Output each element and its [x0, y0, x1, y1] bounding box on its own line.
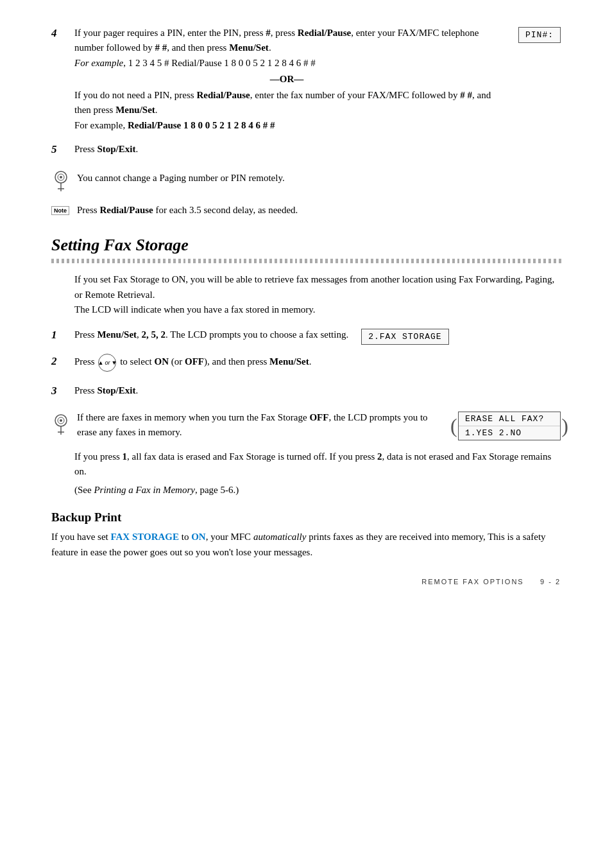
divider-dash: [402, 259, 404, 263]
step-4-hash3: # #: [460, 90, 472, 100]
divider-dash: [442, 259, 445, 263]
divider-dash: [391, 259, 394, 263]
fax-step-1-text3: . The LCD prompts you to choose a fax se…: [166, 329, 348, 340]
scroll-arrows-right: ▼: [111, 354, 117, 371]
divider-dash: [350, 259, 353, 263]
fax-step-3-para: Press Stop/Exit.: [74, 383, 561, 398]
step-4-redial-pause: Redial/Pause: [298, 28, 351, 38]
divider-dash: [528, 259, 531, 263]
divider-dash: [97, 259, 99, 263]
step-4-example-text: , 1 2 3 4 5 # Redial/Pause 1 8 0 0 5 2 1…: [123, 58, 316, 68]
step-5-text: Press Stop/Exit.: [74, 142, 561, 157]
step-4-lcd-area: PIN#:: [512, 27, 561, 43]
divider-dash: [224, 259, 226, 263]
note-fax-lcd-area: ( ERASE ALL FAX? 1.YES 2.NO ): [458, 412, 561, 440]
scroll-button-icon: ▲ or ▼: [98, 354, 116, 372]
backup-text2: to: [179, 532, 191, 542]
divider-dash: [280, 259, 282, 263]
fax-body-two: 2: [377, 451, 382, 462]
note-fax-para: If there are faxes in memory when you tu…: [77, 410, 446, 440]
divider-dash: [198, 259, 201, 263]
divider-dash: [346, 259, 348, 263]
divider-dash: [254, 259, 257, 263]
step-5-content: Press Stop/Exit.: [74, 142, 561, 159]
step-5-block: 5 Press Stop/Exit.: [51, 142, 561, 159]
step-4-text5: .: [269, 42, 271, 53]
step-5-text-1: Press: [74, 144, 97, 154]
divider-dash: [148, 259, 150, 263]
divider-dash: [239, 259, 242, 263]
note-redial-block: Note Press Redial/Pause for each 3.5 sec…: [51, 203, 561, 218]
divider-dash: [234, 259, 237, 263]
step-4-redial-pause-2: Redial/Pause: [196, 90, 250, 100]
divider-dash: [396, 259, 399, 263]
divider-dash: [406, 259, 409, 263]
note-pin-block: You cannot change a Paging number or PIN…: [51, 168, 561, 191]
divider-dash: [543, 259, 546, 263]
fax-step-2-off: OFF: [185, 357, 204, 367]
step-4-number: 4: [51, 27, 74, 40]
step-4-example-label: For example: [74, 58, 123, 68]
fax-step-3-block: 3 Press Stop/Exit.: [51, 383, 561, 401]
note-fax-text-area: If there are faxes in memory when you tu…: [77, 410, 446, 440]
divider-dash: [416, 259, 419, 263]
step-4-text6: If you do not need a PIN, press: [74, 90, 196, 100]
divider-dash: [56, 259, 59, 263]
scroll-arrows-left: ▲: [98, 354, 104, 371]
divider-dash: [427, 259, 429, 263]
fax-step-2-text2: to select: [120, 357, 154, 367]
backup-print-heading: Backup Print: [51, 510, 561, 525]
lcd-line-2: 1.YES 2.NO: [459, 426, 560, 440]
divider-dash: [229, 259, 232, 263]
fax-step-2-on: ON: [155, 357, 169, 367]
step-4-lcd-display: PIN#:: [518, 27, 561, 43]
divider-dash: [315, 259, 318, 263]
fax-body-one: 1: [123, 451, 128, 462]
fax-step-2-block: 2 Press ▲ or ▼ to select ON (or OFF), an…: [51, 354, 561, 374]
fax-step-1-nums: 2, 5, 2: [142, 329, 166, 340]
divider-dash: [117, 259, 120, 263]
divider-dash: [128, 259, 130, 263]
section-heading: Setting Fax Storage: [51, 236, 561, 255]
backup-text1: If you have set: [51, 532, 110, 542]
divider-dash: [503, 259, 506, 263]
svg-point-4: [60, 176, 62, 178]
note-redial-text2: for each 3.5 second delay, as needed.: [153, 205, 298, 215]
step-4-para-2: If you do not need a PIN, press Redial/P…: [74, 88, 499, 118]
fax-body-see-italic: Printing a Fax in Memory: [94, 485, 194, 495]
divider-dash: [386, 259, 389, 263]
left-bracket: (: [450, 415, 457, 436]
divider-dash: [142, 259, 145, 263]
divider-dash: [193, 259, 196, 263]
backup-print-text: If you have set FAX STORAGE to ON, your …: [51, 530, 561, 560]
step-4-text4: , and then press: [167, 42, 229, 53]
scroll-or-label: or: [105, 354, 110, 371]
fax-step-3-number: 3: [51, 385, 74, 397]
divider-dash: [447, 259, 450, 263]
step-4-example-1: For example, 1 2 3 4 5 # Redial/Pause 1 …: [74, 56, 499, 71]
divider-dash: [244, 259, 246, 263]
step-4-menu-set: Menu/Set: [229, 42, 269, 53]
section-intro-2: The LCD will indicate when you have a fa…: [74, 302, 561, 317]
divider-dash: [290, 259, 293, 263]
divider-dash: [493, 259, 495, 263]
fax-pin-icon: [51, 413, 71, 435]
divider-dash: [381, 259, 384, 263]
footer: REMOTE FAX OPTIONS 9 - 2: [421, 578, 561, 586]
backup-on: ON: [191, 532, 206, 542]
step-4-para-1: If your pager requires a PIN, enter the …: [74, 26, 499, 56]
step-4-example2-bold: Redial/Pause 1 8 0 0 5 2 1 2 8 4 6 # #: [128, 120, 275, 130]
divider-dash: [249, 259, 251, 263]
divider-dash: [92, 259, 94, 263]
erase-fax-lcd-wrapper: ( ERASE ALL FAX? 1.YES 2.NO ): [458, 412, 561, 440]
divider-dash: [269, 259, 272, 263]
divider-dash: [310, 259, 312, 263]
erase-fax-lcd: ERASE ALL FAX? 1.YES 2.NO: [458, 412, 561, 440]
note-label: Note: [51, 206, 69, 215]
fax-body-see-label: (See: [74, 485, 94, 495]
section-intro-1: If you set Fax Storage to ON, you will b…: [74, 272, 561, 302]
divider-dash: [72, 259, 74, 263]
divider-dash: [77, 259, 80, 263]
fax-step-1-number: 1: [51, 329, 74, 342]
section-divider: [51, 259, 561, 263]
